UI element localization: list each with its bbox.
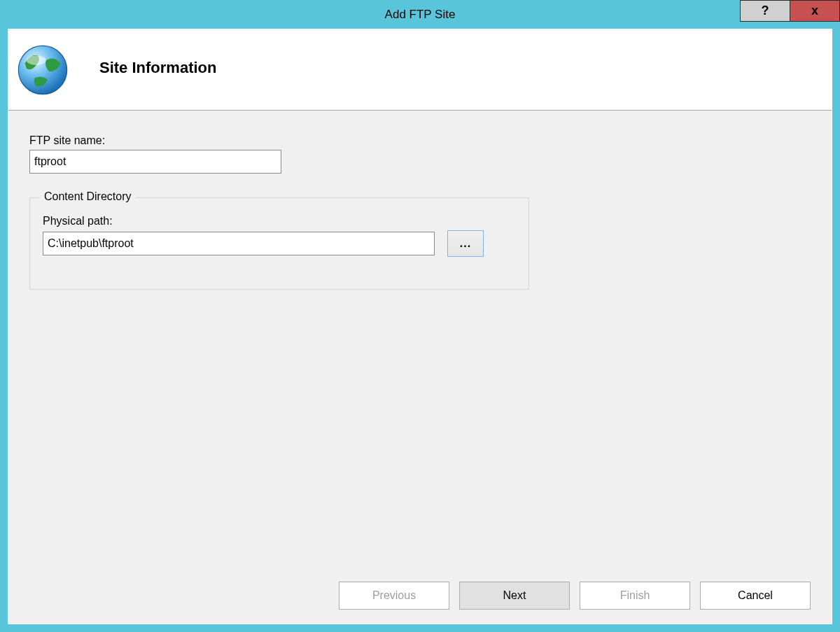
page-title: Site Information (99, 59, 216, 77)
physical-path-label: Physical path: (43, 215, 516, 227)
site-name-input[interactable] (29, 150, 281, 174)
help-icon: ? (762, 3, 769, 18)
window-title: Add FTP Site (385, 0, 456, 29)
close-icon: x (811, 3, 818, 18)
previous-button: Previous (339, 582, 449, 610)
physical-path-row: ... (43, 230, 516, 257)
close-button[interactable]: x (790, 0, 840, 22)
help-button[interactable]: ? (740, 0, 790, 22)
next-button[interactable]: Next (459, 582, 570, 610)
wizard-window: Add FTP Site ? x (0, 0, 840, 632)
wizard-header: Site Information (8, 29, 832, 111)
wizard-footer: Previous Next Finish Cancel (339, 582, 811, 610)
ellipsis-icon: ... (460, 237, 471, 250)
title-bar-buttons: ? x (741, 0, 840, 22)
client-area: Site Information FTP site name: Content … (8, 29, 832, 624)
finish-button: Finish (580, 582, 690, 610)
content-directory-group: Content Directory Physical path: ... (29, 197, 529, 290)
svg-point-1 (27, 55, 46, 65)
browse-button[interactable]: ... (447, 230, 484, 257)
globe-icon (17, 44, 69, 96)
svg-point-0 (18, 45, 66, 94)
cancel-button[interactable]: Cancel (700, 582, 811, 610)
finish-button-label: Finish (620, 589, 650, 602)
next-button-label: Next (503, 589, 526, 602)
wizard-body: FTP site name: Content Directory Physica… (8, 111, 832, 290)
cancel-button-label: Cancel (738, 589, 773, 602)
previous-button-label: Previous (372, 589, 416, 602)
site-name-label: FTP site name: (29, 134, 811, 147)
physical-path-input[interactable] (43, 232, 435, 255)
content-directory-legend: Content Directory (40, 190, 136, 203)
title-bar: Add FTP Site ? x (0, 0, 840, 29)
